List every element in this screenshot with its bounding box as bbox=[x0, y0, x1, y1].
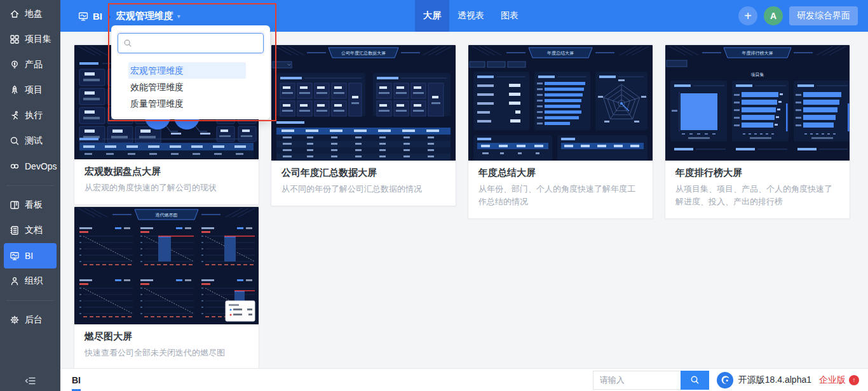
kanban-icon bbox=[10, 200, 20, 210]
search-icon bbox=[123, 39, 132, 48]
card-burndown[interactable]: 迭代燃尽图 燃尽图大屏 快速查看公司全部未关闭迭代的燃尽图 bbox=[74, 206, 259, 369]
sidebar-item-org[interactable]: 组织 bbox=[0, 268, 60, 294]
card-description: 快速查看公司全部未关闭迭代的燃尽图 bbox=[85, 347, 248, 359]
program-icon bbox=[10, 34, 20, 44]
org-icon bbox=[10, 276, 20, 286]
home-icon bbox=[10, 9, 20, 19]
sidebar-collapse-button[interactable] bbox=[0, 376, 60, 386]
card-thumbnail: 公司年度汇总数据大屏 bbox=[271, 45, 456, 161]
sidebar-divider bbox=[6, 300, 54, 301]
footer-search-input[interactable] bbox=[593, 371, 681, 390]
sidebar: 地盘 项目集 产品 项目 执行 测试 DevOps 看板 bbox=[0, 0, 60, 391]
sidebar-item-admin[interactable]: 后台 bbox=[0, 307, 60, 333]
topbar-tabs: 大屏 透视表 图表 bbox=[415, 0, 527, 32]
svg-text:迭代燃尽图: 迭代燃尽图 bbox=[156, 213, 178, 218]
footer-tab-bi[interactable]: BI bbox=[72, 369, 81, 391]
card-title: 年度排行榜大屏 bbox=[675, 167, 839, 179]
version-label: 开源版18.4.alpha1 bbox=[738, 374, 811, 386]
upgrade-icon: ↑ bbox=[849, 375, 859, 385]
sidebar-item-devops[interactable]: DevOps bbox=[0, 154, 60, 179]
topbar-actions: + A 研发综合界面 bbox=[738, 0, 858, 32]
card-thumbnail: 年度排行榜大屏 项目集 bbox=[665, 45, 850, 161]
version-info: 开源版18.4.alpha1 bbox=[717, 372, 811, 388]
devops-icon bbox=[10, 161, 20, 171]
breadcrumb-separator-icon: › bbox=[107, 11, 111, 22]
search-icon bbox=[690, 375, 700, 385]
tab-chart[interactable]: 图表 bbox=[492, 0, 527, 32]
doc-icon bbox=[10, 225, 20, 235]
sidebar-item-bi[interactable]: BI bbox=[4, 243, 57, 268]
card-thumbnail: 迭代燃尽图 bbox=[74, 207, 259, 324]
svg-text:公司年度汇总数据大屏: 公司年度汇总数据大屏 bbox=[341, 51, 386, 56]
product-icon bbox=[10, 60, 20, 70]
card-description: 从不同的年份了解公司汇总数据的情况 bbox=[281, 183, 445, 196]
footer: BI 开源版18.4.alpha1 企业版 ↑ bbox=[60, 368, 868, 391]
footer-search bbox=[593, 371, 709, 390]
plus-icon: + bbox=[744, 10, 752, 22]
dropdown-option-efficiency[interactable]: 效能管理维度 bbox=[128, 79, 246, 95]
enterprise-edition-link[interactable]: 企业版 ↑ bbox=[819, 374, 859, 386]
svg-text:年度排行榜大屏: 年度排行榜大屏 bbox=[742, 51, 773, 56]
card-annual-review[interactable]: 年度总结大屏 bbox=[468, 44, 653, 219]
rd-workbench-button[interactable]: 研发综合界面 bbox=[789, 6, 858, 25]
dropdown-option-macro[interactable]: 宏观管理维度 bbox=[128, 62, 246, 79]
execution-icon bbox=[10, 110, 20, 121]
bi-monitor-icon bbox=[78, 11, 89, 22]
sidebar-divider bbox=[6, 185, 54, 186]
create-button[interactable]: + bbox=[738, 6, 757, 25]
card-annual-ranking[interactable]: 年度排行榜大屏 项目集 年度排行榜大屏 bbox=[665, 44, 850, 219]
sidebar-item-program[interactable]: 项目集 bbox=[0, 27, 60, 52]
gear-icon bbox=[10, 315, 20, 325]
sidebar-item-doc[interactable]: 文档 bbox=[0, 218, 60, 243]
sidebar-item-product[interactable]: 产品 bbox=[0, 52, 60, 77]
sidebar-item-dashboard[interactable]: 地盘 bbox=[0, 1, 60, 27]
svg-text:年度总结大屏: 年度总结大屏 bbox=[547, 51, 574, 56]
dimension-dropdown-panel: 宏观管理维度 效能管理维度 质量管理维度 bbox=[111, 25, 270, 119]
dimension-search-input[interactable] bbox=[132, 39, 263, 48]
chevron-down-icon: ▾ bbox=[177, 13, 180, 20]
sidebar-item-execution[interactable]: 执行 bbox=[0, 103, 60, 128]
dimension-dropdown-trigger[interactable]: 宏观管理维度 ▾ bbox=[116, 10, 180, 22]
card-description: 从项目集、项目、产品、个人的角度快速了解进度、投入、产出的排行榜 bbox=[675, 183, 839, 208]
tab-pivot[interactable]: 透视表 bbox=[449, 0, 492, 32]
footer-search-button[interactable] bbox=[681, 371, 709, 390]
card-title: 年度总结大屏 bbox=[478, 167, 642, 179]
tab-bigscreen[interactable]: 大屏 bbox=[415, 0, 449, 32]
card-thumbnail: 年度总结大屏 bbox=[468, 45, 653, 161]
dropdown-search-box bbox=[118, 33, 264, 53]
svg-text:项目集: 项目集 bbox=[751, 72, 764, 77]
breadcrumb-app-bi[interactable]: BI bbox=[78, 11, 102, 22]
sidebar-item-test[interactable]: 测试 bbox=[0, 128, 60, 154]
bi-icon bbox=[10, 251, 20, 261]
avatar[interactable]: A bbox=[764, 6, 783, 25]
card-title: 燃尽图大屏 bbox=[85, 331, 248, 343]
project-icon bbox=[10, 85, 20, 95]
sidebar-item-kanban[interactable]: 看板 bbox=[0, 192, 60, 218]
dropdown-option-quality[interactable]: 质量管理维度 bbox=[128, 95, 246, 112]
card-description: 从年份、部门、个人的角度快速了解年度工作总结的情况 bbox=[478, 183, 642, 208]
zentao-logo bbox=[717, 372, 733, 388]
card-description: 从宏观的角度快速的了解公司的现状 bbox=[85, 182, 248, 194]
card-title: 公司年度汇总数据大屏 bbox=[281, 167, 445, 179]
card-annual-summary-data[interactable]: 公司年度汇总数据大屏 公司年度汇总数据大屏 从不同的年份了解公司汇总数据的情况 bbox=[271, 44, 456, 206]
test-icon bbox=[10, 136, 20, 146]
sidebar-item-project[interactable]: 项目 bbox=[0, 77, 60, 103]
card-title: 宏观数据盘点大屏 bbox=[85, 166, 248, 178]
